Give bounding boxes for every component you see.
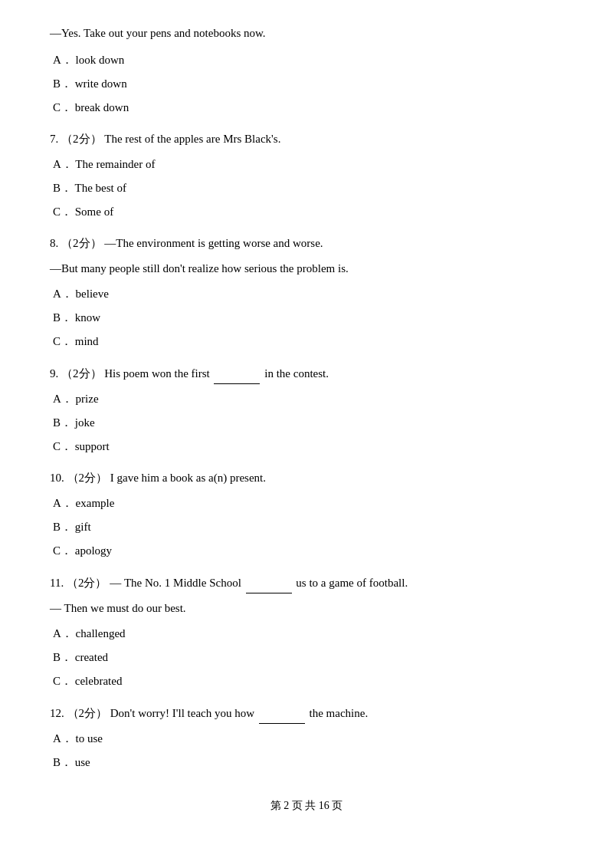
q11-stem: 11. （2分） — The No. 1 Middle School us to… [50, 572, 563, 593]
q11-option-a-label: A． [53, 627, 73, 639]
q9-option-b: B． joke [50, 413, 563, 433]
q10-number: 10. [50, 472, 64, 484]
q8-option-c: C． mind [50, 331, 563, 352]
q9-option-a-label: A． [53, 393, 73, 405]
q6-option-c-text: break down [75, 101, 129, 113]
q9-option-c-text: support [75, 440, 110, 452]
q10-option-b: B． gift [50, 517, 563, 538]
q10-option-b-text: gift [75, 521, 91, 533]
q7-option-c-label: C． [53, 205, 72, 218]
q10-option-c-label: C． [53, 544, 72, 557]
q11-blank [246, 572, 292, 593]
q12-option-a: A． to use [50, 728, 563, 749]
q11-points: （2分） [67, 577, 107, 589]
q12-number: 12. [50, 707, 64, 719]
q7-text: The rest of the apples are Mrs Black's. [104, 133, 280, 145]
page-footer: 第 2 页 共 16 页 [50, 796, 563, 815]
q6-option-a-label: A． [53, 54, 73, 66]
q7-option-a: A． The remainder of [50, 154, 563, 175]
q7-stem: 7. （2分） The rest of the apples are Mrs B… [50, 129, 563, 150]
q7-option-b-text: The best of [75, 182, 126, 194]
q6-option-c-label: C． [53, 101, 72, 113]
q12-stem: 12. （2分） Don't worry! I'll teach you how… [50, 702, 563, 724]
q12-text-after: the machine. [310, 707, 369, 719]
q12-blank [259, 702, 305, 724]
q10-option-a-label: A． [53, 497, 73, 509]
q9-option-b-label: B． [53, 416, 72, 429]
q10-option-c: C． apology [50, 541, 563, 561]
q6-option-a: A． look down [50, 50, 563, 71]
q6-option-b: B． write down [50, 74, 563, 94]
q10-option-b-label: B． [53, 521, 72, 533]
q11-text-after: us to a game of football. [296, 577, 408, 589]
q11-number: 11. [50, 577, 64, 589]
q7-option-a-label: A． [53, 158, 73, 170]
q11-dialogue2: — Then we must do our best. [50, 598, 563, 619]
q11-option-c-text: celebrated [75, 675, 123, 687]
q11-option-b: B． created [50, 647, 563, 668]
q11-option-c-label: C． [53, 675, 72, 687]
q9-option-a-text: prize [76, 393, 99, 405]
q11-text-before: — The No. 1 Middle School [110, 577, 241, 589]
q8-stem: 8. （2分） —The environment is getting wors… [50, 233, 563, 254]
q9-points: （2分） [61, 367, 102, 380]
q6-option-c: C． break down [50, 97, 563, 118]
q9-option-a: A． prize [50, 389, 563, 409]
q7-option-b-label: B． [53, 182, 72, 194]
q9-number: 9. [50, 367, 58, 380]
q10-option-c-text: apology [75, 544, 112, 557]
q10-text: I gave him a book as a(n) present. [110, 472, 266, 484]
q8-option-a: A． believe [50, 284, 563, 304]
q7-option-c-text: Some of [75, 205, 113, 218]
q12-option-a-text: to use [76, 732, 103, 745]
page-number: 第 2 页 共 16 页 [270, 800, 343, 811]
q8-option-a-text: believe [76, 288, 109, 300]
q7-number: 7. [50, 133, 58, 145]
q11-option-b-label: B． [53, 651, 72, 663]
q6-option-b-label: B． [53, 77, 72, 90]
q7-option-c: C． Some of [50, 202, 563, 222]
q8-option-b: B． know [50, 307, 563, 328]
q12-points: （2分） [67, 707, 108, 719]
q8-points: （2分） [61, 237, 102, 249]
q6-option-a-text: look down [76, 54, 125, 66]
q8-option-a-label: A． [53, 288, 73, 300]
q9-option-c-label: C． [53, 440, 72, 452]
q10-option-a: A． example [50, 493, 563, 514]
q7-option-b: B． The best of [50, 178, 563, 199]
q11-option-a-text: challenged [76, 627, 126, 639]
q12-option-b: B． use [50, 752, 563, 773]
intro-line: —Yes. Take out your pens and notebooks n… [50, 23, 563, 44]
q8-option-c-text: mind [75, 335, 99, 347]
q12-option-b-text: use [75, 756, 90, 768]
q10-stem: 10. （2分） I gave him a book as a(n) prese… [50, 468, 563, 488]
q8-option-c-label: C． [53, 335, 72, 347]
q8-option-b-text: know [75, 311, 100, 324]
q9-blank [214, 363, 260, 384]
q8-dialogue2: —But many people still don't realize how… [50, 258, 563, 279]
q12-text-before: Don't worry! I'll teach you how [110, 707, 254, 719]
q9-option-c: C． support [50, 436, 563, 457]
q7-points: （2分） [61, 133, 102, 145]
q12-option-a-label: A． [53, 732, 73, 745]
q8-option-b-label: B． [53, 311, 72, 324]
q9-text-after: in the contest. [264, 367, 329, 380]
q10-points: （2分） [67, 472, 108, 484]
q9-stem: 9. （2分） His poem won the first in the co… [50, 363, 563, 384]
q12-option-b-label: B． [53, 756, 72, 768]
q9-text-before: His poem won the first [104, 367, 209, 380]
q9-option-b-text: joke [75, 416, 95, 429]
q6-option-b-text: write down [75, 77, 127, 90]
q8-dialogue1: —The environment is getting worse and wo… [104, 237, 323, 249]
q7-option-a-text: The remainder of [75, 158, 155, 170]
q11-option-a: A． challenged [50, 623, 563, 644]
q11-option-c: C． celebrated [50, 671, 563, 692]
q8-number: 8. [50, 237, 58, 249]
q10-option-a-text: example [76, 497, 115, 509]
q11-option-b-text: created [75, 651, 108, 663]
